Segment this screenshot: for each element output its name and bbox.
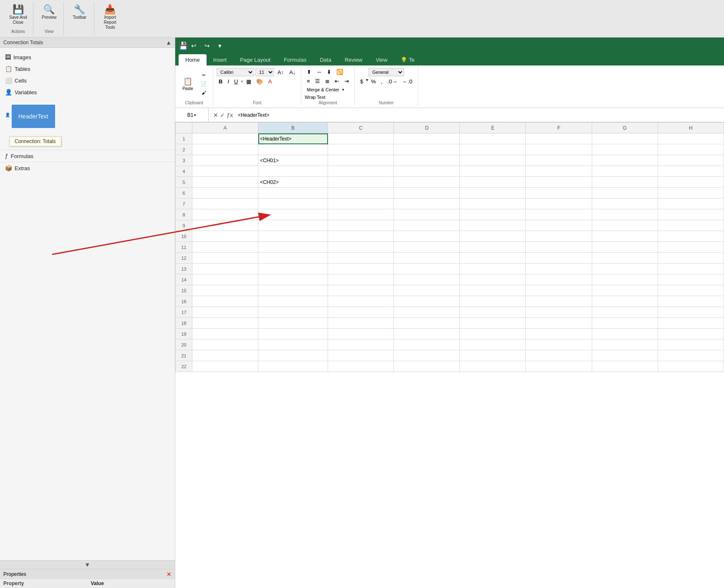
- cell[interactable]: [258, 318, 328, 329]
- cell[interactable]: [328, 199, 394, 209]
- cell[interactable]: [460, 296, 526, 307]
- cell[interactable]: [192, 177, 258, 188]
- header-text-variable[interactable]: HeaderText: [12, 105, 55, 128]
- cell[interactable]: [658, 166, 724, 177]
- excel-save-icon[interactable]: 💾: [179, 41, 188, 50]
- cell[interactable]: [328, 177, 394, 188]
- cell[interactable]: [526, 264, 592, 274]
- cell[interactable]: [258, 296, 328, 307]
- cell[interactable]: [258, 220, 328, 231]
- cell[interactable]: [460, 220, 526, 231]
- tab-home[interactable]: Home: [179, 54, 207, 65]
- col-header-B[interactable]: B: [258, 123, 328, 133]
- increase-font-button[interactable]: A↑: [275, 68, 286, 76]
- cell[interactable]: [460, 285, 526, 296]
- cell[interactable]: [192, 318, 258, 329]
- sidebar-item-cells[interactable]: ⬜ Cells: [0, 75, 175, 86]
- cell[interactable]: [592, 199, 658, 209]
- tab-formulas[interactable]: Formulas: [277, 54, 313, 65]
- tab-page-layout[interactable]: Page Layout: [233, 54, 277, 65]
- cell[interactable]: [460, 361, 526, 372]
- cell[interactable]: [460, 144, 526, 155]
- cell[interactable]: [394, 144, 460, 155]
- cell-reference[interactable]: B1 ▾: [175, 108, 209, 122]
- cell[interactable]: [394, 231, 460, 242]
- percent-button[interactable]: %: [369, 78, 378, 85]
- cell[interactable]: [328, 253, 394, 264]
- format-painter-button[interactable]: 🖌: [198, 89, 209, 96]
- preview-button[interactable]: 🔍 Preview: [38, 3, 60, 22]
- cell[interactable]: [460, 264, 526, 274]
- cell[interactable]: [192, 339, 258, 350]
- cell[interactable]: [394, 318, 460, 329]
- cell[interactable]: [592, 220, 658, 231]
- cell[interactable]: [192, 144, 258, 155]
- cell[interactable]: [592, 209, 658, 220]
- bold-button[interactable]: B: [217, 78, 225, 85]
- cell[interactable]: [394, 274, 460, 285]
- cell[interactable]: [192, 361, 258, 372]
- cell[interactable]: [658, 133, 724, 144]
- italic-button[interactable]: I: [225, 78, 231, 85]
- col-header-H[interactable]: H: [658, 123, 724, 133]
- align-right-button[interactable]: ≣: [323, 77, 332, 85]
- sidebar-item-extras[interactable]: 📦 Extras: [0, 162, 175, 174]
- cell[interactable]: [394, 361, 460, 372]
- cell[interactable]: [394, 188, 460, 199]
- cell[interactable]: [526, 318, 592, 329]
- tab-te[interactable]: 💡 Te: [394, 54, 421, 65]
- cell[interactable]: [394, 209, 460, 220]
- cell[interactable]: [258, 209, 328, 220]
- cell[interactable]: [460, 209, 526, 220]
- cell[interactable]: [328, 155, 394, 166]
- decrease-font-button[interactable]: A↓: [287, 68, 298, 76]
- cell[interactable]: [328, 209, 394, 220]
- cell[interactable]: [592, 264, 658, 274]
- border-button[interactable]: ▦: [244, 78, 253, 85]
- redo-icon[interactable]: ↪: [204, 42, 210, 50]
- cell[interactable]: [526, 242, 592, 253]
- cell[interactable]: [526, 220, 592, 231]
- cell[interactable]: <CH02>: [258, 177, 328, 188]
- cell[interactable]: [460, 199, 526, 209]
- cell[interactable]: [192, 220, 258, 231]
- decimal-decrease-button[interactable]: ←.0: [400, 78, 414, 85]
- indent-decrease-button[interactable]: ⇤: [333, 77, 341, 85]
- merge-center-button[interactable]: Merge & Center: [305, 86, 341, 93]
- cell[interactable]: [526, 155, 592, 166]
- cell[interactable]: [658, 329, 724, 339]
- quick-access-icon[interactable]: ▾: [218, 42, 222, 50]
- formula-cancel-icon[interactable]: ✕: [213, 112, 218, 118]
- panel-scroll-down[interactable]: ▼: [85, 561, 91, 568]
- cell[interactable]: [526, 144, 592, 155]
- cell[interactable]: [460, 155, 526, 166]
- wrap-text-button[interactable]: 🔁: [334, 68, 345, 76]
- cell[interactable]: [192, 296, 258, 307]
- toolbar-button[interactable]: 🔧 Toolbar: [69, 3, 91, 22]
- cell[interactable]: [394, 264, 460, 274]
- cell[interactable]: [658, 220, 724, 231]
- cell[interactable]: [460, 166, 526, 177]
- copy-button[interactable]: 📄: [198, 80, 209, 88]
- cell[interactable]: [592, 307, 658, 318]
- cell[interactable]: [192, 133, 258, 144]
- cell[interactable]: [258, 361, 328, 372]
- cell[interactable]: [328, 166, 394, 177]
- cell[interactable]: [394, 242, 460, 253]
- cell[interactable]: [258, 350, 328, 361]
- cell[interactable]: [658, 274, 724, 285]
- cell[interactable]: [526, 177, 592, 188]
- cell[interactable]: [258, 253, 328, 264]
- cell[interactable]: [460, 274, 526, 285]
- cell[interactable]: [192, 242, 258, 253]
- cell[interactable]: [592, 253, 658, 264]
- cell[interactable]: [658, 285, 724, 296]
- cell[interactable]: [592, 318, 658, 329]
- cell[interactable]: [258, 144, 328, 155]
- cell[interactable]: [394, 155, 460, 166]
- cell[interactable]: [658, 296, 724, 307]
- sidebar-item-variables[interactable]: 👤 Variables: [0, 86, 175, 98]
- cell[interactable]: [328, 144, 394, 155]
- formula-input[interactable]: <HeaderText>: [235, 108, 724, 122]
- cell[interactable]: [658, 199, 724, 209]
